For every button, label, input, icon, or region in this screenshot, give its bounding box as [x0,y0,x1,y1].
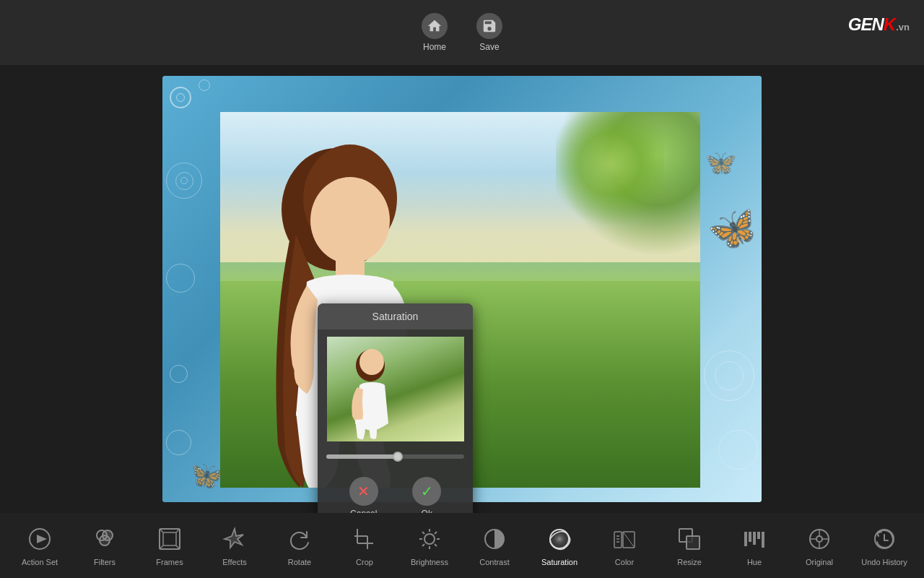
toolbar-item-color[interactable]: Color [599,525,650,566]
brightness-icon [415,525,444,553]
toolbar-item-saturation[interactable]: Saturation [534,525,585,566]
cancel-label: Cancel [350,509,377,513]
toolbar-item-hue[interactable]: Hue [729,525,780,566]
svg-rect-44 [744,532,747,546]
frames-label: Frames [156,558,183,566]
original-label: Original [806,558,833,566]
svg-point-22 [424,534,435,544]
contrast-icon [480,525,509,553]
hue-icon [740,525,769,553]
toolbar-item-original[interactable]: Original [794,525,845,566]
svg-point-10 [100,535,110,545]
svg-rect-12 [163,532,176,545]
svg-line-28 [435,544,437,546]
toolbar-item-effects[interactable]: Effects [209,525,260,566]
crop-label: Crop [356,558,373,566]
svg-line-29 [435,532,437,534]
color-icon [610,525,639,553]
saturation-slider-thumb[interactable] [393,452,403,462]
home-button[interactable]: Home [422,13,448,52]
resize-label: Resize [677,558,702,566]
toolbar-item-action-set[interactable]: Action Set [14,525,65,566]
svg-rect-47 [757,532,760,539]
preview-person [341,348,406,441]
home-icon [422,13,448,39]
saturation-slider-track [326,454,464,459]
filters-icon [90,525,119,553]
genk-logo: GENK.vn [848,14,910,35]
svg-rect-46 [753,532,756,545]
ok-button[interactable]: ✓ Ok [412,477,441,513]
popup-preview [327,337,464,441]
svg-rect-48 [762,532,764,548]
svg-point-2 [310,177,390,264]
rotate-label: Rotate [288,558,311,566]
effects-icon [220,525,249,553]
svg-rect-45 [749,532,751,542]
svg-rect-41 [687,536,699,549]
saturation-slider-fill [326,454,396,459]
filters-label: Filters [94,558,116,566]
toolbar-item-rotate[interactable]: Rotate [274,525,325,566]
popup-title: Saturation [318,303,473,329]
frames-icon [155,525,184,553]
resize-icon [675,525,704,553]
cancel-icon: ✕ [349,477,378,506]
save-icon [476,13,502,39]
home-label: Home [423,42,446,52]
save-label: Save [479,42,499,52]
action-set-label: Action Set [22,558,58,566]
svg-rect-21 [357,536,367,543]
effects-label: Effects [222,558,246,566]
svg-point-5 [359,349,384,375]
saturation-icon [545,525,574,553]
canvas-area: 🦋 🦋 🦋 [0,65,924,513]
svg-rect-34 [614,532,622,548]
ok-icon: ✓ [412,477,441,506]
toolbar-item-crop[interactable]: Crop [339,525,390,566]
ok-label: Ok [422,509,432,513]
svg-line-27 [422,532,424,534]
action-set-icon [25,525,54,553]
toolbar-item-contrast[interactable]: Contrast [469,525,520,566]
toolbar-item-frames[interactable]: Frames [144,525,195,566]
svg-line-39 [623,532,635,548]
svg-marker-7 [37,535,47,543]
toolbar-item-undo-history[interactable]: Undo History [859,525,910,566]
save-button[interactable]: Save [476,13,502,52]
color-label: Color [615,558,634,566]
hue-label: Hue [747,558,762,566]
svg-line-30 [422,544,424,546]
crop-icon [350,525,379,553]
undo-history-icon [870,525,899,553]
toolbar: Action Set Filters Frames [0,513,924,578]
topbar: Home Save GENK.vn [0,0,924,65]
saturation-slider-area [318,449,473,470]
toolbar-item-filters[interactable]: Filters [79,525,130,566]
contrast-label: Contrast [479,558,510,566]
svg-point-50 [816,536,822,542]
rotate-icon [285,525,314,553]
toolbar-item-resize[interactable]: Resize [664,525,715,566]
brightness-label: Brightness [411,558,448,566]
saturation-label: Saturation [541,558,578,566]
cancel-button[interactable]: ✕ Cancel [349,477,378,513]
undo-history-label: Undo History [861,558,907,566]
toolbar-item-brightness[interactable]: Brightness [404,525,455,566]
saturation-popup: Saturation ✕ Cancel [318,303,473,513]
popup-buttons: ✕ Cancel ✓ Ok [318,470,473,513]
original-icon [805,525,834,553]
